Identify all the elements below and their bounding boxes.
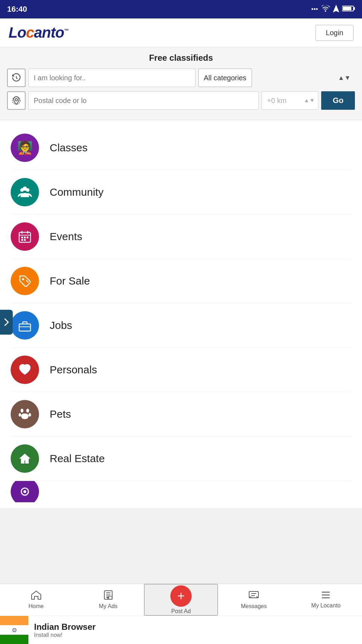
banner-text: Indian Browser Install now! <box>28 622 101 638</box>
category-label-community: Community <box>50 186 104 198</box>
category-label-events: Events <box>50 231 82 243</box>
banner-subtitle: Install now! <box>34 632 95 638</box>
services-icon <box>11 481 39 502</box>
category-label-classes: Classes <box>50 142 88 154</box>
nav-postad-button[interactable]: + Post Ad <box>144 584 218 616</box>
mylocanto-nav-icon <box>320 591 331 601</box>
classes-icon: 🧑‍🏫 <box>11 134 39 162</box>
search-area: Free classifieds All categoriesClassesCo… <box>0 47 362 120</box>
svg-rect-15 <box>21 239 23 241</box>
pets-icon <box>11 400 39 428</box>
km-select[interactable]: +0 km+5 km+10 km+25 km+50 km <box>262 91 318 110</box>
post-ad-circle-icon: + <box>170 585 192 607</box>
category-item-jobs[interactable]: Jobs <box>11 303 351 348</box>
svg-rect-2 <box>343 7 351 10</box>
category-select[interactable]: All categoriesClassesCommunityEventsFor … <box>198 69 252 87</box>
categories-panel: 🧑‍🏫 Classes Community <box>0 120 362 508</box>
community-icon <box>11 178 39 206</box>
status-icons: ••• <box>311 5 355 14</box>
nav-myads-button[interactable]: My Ads <box>72 584 144 616</box>
location-icon-button[interactable] <box>7 91 26 110</box>
dots-icon: ••• <box>311 6 318 13</box>
wifi-icon <box>321 5 330 14</box>
main-content: Free classifieds All categoriesClassesCo… <box>0 47 362 572</box>
svg-point-3 <box>15 99 18 101</box>
category-select-arrow-icon: ▲▼ <box>338 74 351 82</box>
km-select-wrapper: +0 km+5 km+10 km+25 km+50 km ▲▼ <box>262 91 318 110</box>
svg-point-22 <box>26 409 29 413</box>
side-arrow-button[interactable] <box>0 310 13 335</box>
status-bar: 16:40 ••• <box>0 0 362 18</box>
nav-home-button[interactable]: Home <box>0 584 72 616</box>
svg-rect-19 <box>19 324 31 331</box>
svg-point-17 <box>22 278 24 280</box>
ashoka-chakra-icon: ⊙ <box>12 627 17 633</box>
jobs-icon <box>11 311 39 340</box>
forsale-icon <box>11 267 39 295</box>
header: Locanto™ Login <box>0 18 362 47</box>
realestate-icon <box>11 444 39 473</box>
location-search-row: +0 km+5 km+10 km+25 km+50 km ▲▼ Go <box>7 91 355 110</box>
home-nav-icon <box>31 590 42 602</box>
bottom-navigation: Home My Ads + Post Ad <box>0 584 362 616</box>
events-icon <box>11 222 39 251</box>
svg-line-18 <box>26 280 28 282</box>
battery-icon <box>342 5 355 13</box>
nav-postad-label: Post Ad <box>171 608 191 615</box>
category-item-services[interactable] <box>11 481 351 502</box>
keyword-search-row: All categoriesClassesCommunityEventsFor … <box>7 69 355 87</box>
category-item-pets[interactable]: Pets <box>11 392 351 437</box>
install-banner[interactable]: ⊙ Indian Browser Install now! <box>0 616 362 644</box>
svg-rect-13 <box>24 237 26 238</box>
category-item-personals[interactable]: Personals <box>11 348 351 392</box>
logo: Locanto™ <box>9 24 68 41</box>
login-button[interactable]: Login <box>316 25 353 41</box>
location-arrow-icon <box>333 5 339 14</box>
category-item-realestate[interactable]: Real Estate <box>11 437 351 481</box>
myads-nav-icon <box>103 590 114 602</box>
nav-myads-label: My Ads <box>99 603 117 610</box>
svg-point-26 <box>23 490 26 493</box>
banner-title: Indian Browser <box>34 622 95 632</box>
category-label-pets: Pets <box>50 408 71 420</box>
svg-rect-14 <box>27 237 28 238</box>
category-item-classes[interactable]: 🧑‍🏫 Classes <box>11 126 351 170</box>
category-label-personals: Personals <box>50 364 97 376</box>
messages-nav-icon <box>248 590 259 602</box>
svg-point-7 <box>23 186 27 191</box>
category-select-wrapper: All categoriesClassesCommunityEventsFor … <box>198 69 355 87</box>
svg-point-21 <box>21 409 23 413</box>
svg-point-24 <box>29 413 31 417</box>
location-search-input[interactable] <box>28 91 259 110</box>
category-item-forsale[interactable]: For Sale <box>11 259 351 303</box>
page-title: Free classifieds <box>7 53 355 63</box>
nav-mylocanto-button[interactable]: My Locanto <box>290 584 362 616</box>
nav-messages-button[interactable]: Messages <box>218 584 290 616</box>
nav-mylocanto-label: My Locanto <box>311 602 341 609</box>
category-item-events[interactable]: Events <box>11 215 351 259</box>
category-label-jobs: Jobs <box>50 319 72 331</box>
category-item-community[interactable]: Community <box>11 170 351 215</box>
nav-home-label: Home <box>28 603 44 610</box>
svg-rect-12 <box>21 237 23 238</box>
status-time: 16:40 <box>7 5 27 14</box>
search-history-icon-button[interactable] <box>7 69 26 87</box>
personals-icon <box>11 356 39 384</box>
go-button[interactable]: Go <box>321 91 355 110</box>
category-label-forsale: For Sale <box>50 275 90 287</box>
svg-rect-1 <box>353 7 355 10</box>
indian-flag-icon: ⊙ <box>0 616 28 644</box>
keyword-search-input[interactable] <box>28 69 196 87</box>
nav-messages-label: Messages <box>241 603 267 610</box>
svg-point-23 <box>19 413 21 417</box>
svg-rect-16 <box>24 239 26 241</box>
category-label-realestate: Real Estate <box>50 453 105 465</box>
